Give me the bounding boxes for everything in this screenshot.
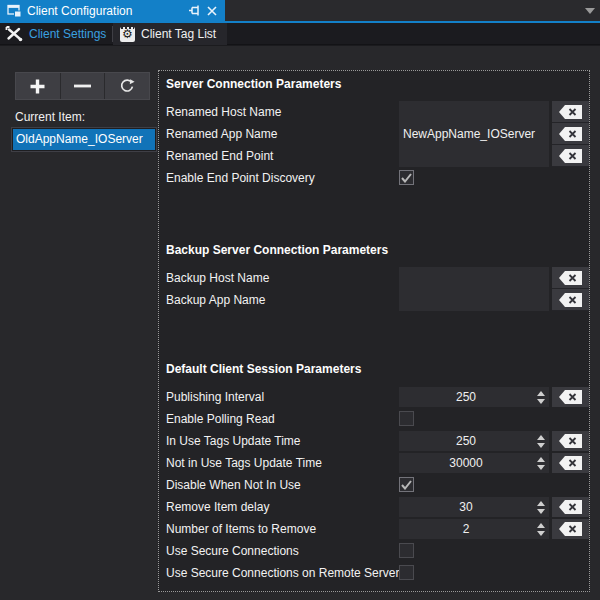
spinner bbox=[533, 387, 549, 407]
form-row: Enable End Point Discovery bbox=[166, 167, 589, 189]
form-row: Renamed App NameNewAppName_IOServer bbox=[166, 123, 589, 145]
checkbox[interactable] bbox=[399, 477, 414, 492]
field-label: Publishing Interval bbox=[166, 386, 399, 408]
clear-button[interactable] bbox=[552, 267, 589, 289]
list-item[interactable]: OldAppName_IOServer bbox=[13, 129, 155, 150]
number-input[interactable]: 30 bbox=[399, 497, 549, 517]
number-input[interactable]: 2 bbox=[399, 519, 549, 539]
field-label: Renamed App Name bbox=[166, 123, 399, 145]
form-row: Number of Items to Remove2 bbox=[166, 518, 589, 540]
clear-backspace-icon bbox=[559, 500, 582, 514]
plus-icon bbox=[29, 78, 46, 95]
pin-icon[interactable] bbox=[188, 4, 202, 17]
refresh-icon bbox=[119, 78, 135, 94]
clear-backspace-icon bbox=[559, 522, 582, 536]
spinner-up-icon[interactable] bbox=[537, 435, 545, 440]
section-header: Server Connection Parameters bbox=[166, 77, 589, 91]
checkbox[interactable] bbox=[399, 543, 414, 558]
form-section: Server Connection ParametersRenamed Host… bbox=[166, 77, 589, 189]
field-label: Enable Polling Read bbox=[166, 408, 399, 430]
form-section: Backup Server Connection ParametersBacku… bbox=[166, 243, 589, 311]
checkbox-cell bbox=[399, 562, 549, 584]
checkmark-icon bbox=[401, 480, 412, 490]
checkmark-icon bbox=[401, 173, 412, 183]
clear-button[interactable] bbox=[552, 497, 589, 517]
clear-button[interactable] bbox=[552, 289, 589, 311]
text-input[interactable] bbox=[399, 101, 549, 123]
field-label: Renamed Host Name bbox=[166, 101, 399, 123]
title-strip: Client Configuration bbox=[0, 0, 600, 23]
form-row: Use Secure Connections on Remote Server bbox=[166, 562, 589, 584]
spinner bbox=[533, 497, 549, 517]
clear-button[interactable] bbox=[552, 123, 589, 145]
tools-wrench-icon bbox=[5, 26, 23, 42]
number-value: 30000 bbox=[399, 456, 533, 470]
spinner-down-icon[interactable] bbox=[537, 465, 545, 470]
form-row: Use Secure Connections bbox=[166, 540, 589, 562]
field-label: Enable End Point Discovery bbox=[166, 167, 399, 189]
close-icon[interactable] bbox=[207, 6, 217, 16]
checkbox[interactable] bbox=[399, 170, 414, 185]
item-toolbar bbox=[15, 72, 150, 100]
number-input[interactable]: 250 bbox=[399, 387, 549, 407]
text-input[interactable] bbox=[399, 145, 549, 167]
field-label: Not in Use Tags Update Time bbox=[166, 452, 399, 474]
refresh-button[interactable] bbox=[105, 73, 149, 99]
current-item-list[interactable]: OldAppName_IOServer bbox=[11, 127, 157, 152]
tab-client-tag-list[interactable]: ⚙ Client Tag List bbox=[113, 23, 227, 45]
section-header: Backup Server Connection Parameters bbox=[166, 243, 589, 257]
window-title: Client Configuration bbox=[27, 4, 132, 18]
clear-button[interactable] bbox=[552, 101, 589, 123]
form-row: Renamed End Point bbox=[166, 145, 589, 167]
number-input[interactable]: 30000 bbox=[399, 453, 549, 473]
clear-button[interactable] bbox=[552, 453, 589, 473]
field-label: Remove Item delay bbox=[166, 496, 399, 518]
number-value: 250 bbox=[399, 390, 533, 404]
section-header: Default Client Session Parameters bbox=[166, 362, 589, 376]
clear-button[interactable] bbox=[552, 145, 589, 167]
form-row: Renamed Host Name bbox=[166, 101, 589, 123]
number-value: 250 bbox=[399, 434, 533, 448]
spinner-up-icon[interactable] bbox=[537, 457, 545, 462]
window-title-tab[interactable]: Client Configuration bbox=[0, 0, 225, 21]
checkbox-cell bbox=[399, 540, 549, 562]
tab-label: Client Tag List bbox=[141, 27, 216, 41]
remove-button[interactable] bbox=[61, 73, 106, 99]
spinner-down-icon[interactable] bbox=[537, 443, 545, 448]
spinner bbox=[533, 431, 549, 451]
field-label: Backup Host Name bbox=[166, 267, 399, 289]
clear-button[interactable] bbox=[552, 519, 589, 539]
form-row: Publishing Interval250 bbox=[166, 386, 589, 408]
number-value: 30 bbox=[399, 500, 533, 514]
field-label: Backup App Name bbox=[166, 289, 399, 311]
form-section: Default Client Session ParametersPublish… bbox=[166, 362, 589, 584]
text-input[interactable] bbox=[399, 267, 549, 289]
text-input[interactable] bbox=[399, 289, 549, 311]
number-value: 2 bbox=[399, 522, 533, 536]
number-input[interactable]: 250 bbox=[399, 431, 549, 451]
form-row: Not in Use Tags Update Time30000 bbox=[166, 452, 589, 474]
clear-backspace-icon bbox=[559, 434, 582, 448]
field-label: Disable When Not In Use bbox=[166, 474, 399, 496]
clear-button[interactable] bbox=[552, 431, 589, 451]
checkbox[interactable] bbox=[399, 411, 414, 426]
content-area: Current Item: OldAppName_IOServer Server… bbox=[0, 46, 600, 600]
clear-backspace-icon bbox=[559, 293, 582, 307]
add-button[interactable] bbox=[16, 73, 61, 99]
spinner-down-icon[interactable] bbox=[537, 399, 545, 404]
checkbox[interactable] bbox=[399, 565, 414, 580]
tab-bar: Client Settings ⚙ Client Tag List bbox=[0, 23, 600, 45]
tab-client-settings[interactable]: Client Settings bbox=[0, 23, 112, 45]
window-display-icon bbox=[7, 4, 22, 18]
field-label: Number of Items to Remove bbox=[166, 518, 399, 540]
spinner-down-icon[interactable] bbox=[537, 531, 545, 536]
spinner-up-icon[interactable] bbox=[537, 523, 545, 528]
text-input[interactable]: NewAppName_IOServer bbox=[399, 123, 549, 145]
form-row: Remove Item delay30 bbox=[166, 496, 589, 518]
spinner-down-icon[interactable] bbox=[537, 509, 545, 514]
dropdown-arrow-icon[interactable] bbox=[585, 8, 595, 14]
spinner-up-icon[interactable] bbox=[537, 391, 545, 396]
minus-icon bbox=[73, 83, 92, 89]
spinner-up-icon[interactable] bbox=[537, 501, 545, 506]
clear-button[interactable] bbox=[552, 387, 589, 407]
